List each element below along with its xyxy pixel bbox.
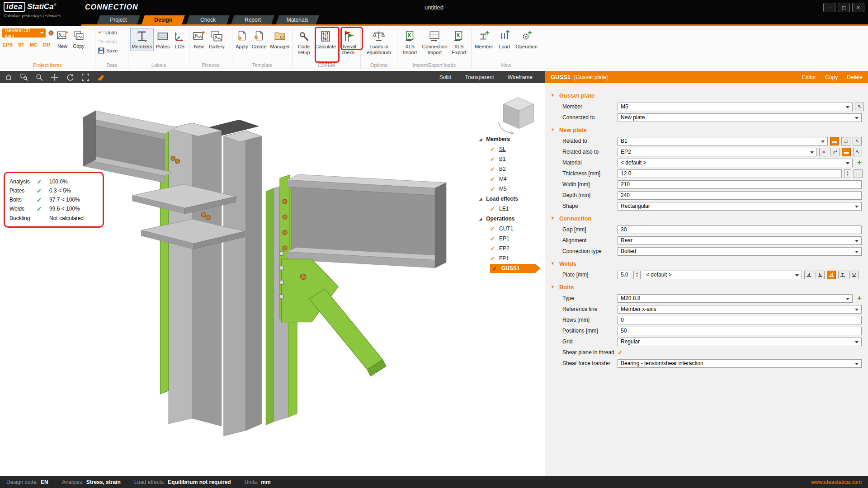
tree-item-m5[interactable]: ✓ M5	[490, 184, 545, 194]
home-view-icon[interactable]	[4, 72, 14, 82]
xls-export-button[interactable]: XLS Export	[448, 28, 469, 56]
new-member-button[interactable]: Member	[473, 28, 495, 51]
pick-in-scene-button[interactable]: ↖	[853, 148, 862, 156]
section-gusset-plate[interactable]: ▼ Gusset plate	[545, 89, 868, 101]
joint-type-dropdown[interactable]: General 3D joint	[2, 28, 46, 38]
thickness-input[interactable]: 12.0	[618, 169, 842, 178]
weld-size-stepper[interactable]: ▲▼	[633, 271, 641, 279]
connected-to-dropdown[interactable]: New plate	[618, 113, 862, 122]
related-to-dropdown[interactable]: B1	[618, 137, 828, 145]
delete-operation-button[interactable]: Delete	[847, 74, 863, 80]
section-collapse-icon[interactable]: ▼	[551, 127, 555, 132]
mode-eps[interactable]: EPS	[3, 42, 13, 47]
checked-icon[interactable]: ✓	[490, 235, 496, 242]
labels-members-toggle[interactable]: Members	[130, 28, 154, 51]
template-apply-button[interactable]: Apply	[234, 28, 250, 51]
mode-dr[interactable]: DR	[43, 42, 50, 47]
swap-relation-button[interactable]: ⇄	[830, 148, 840, 156]
add-bolt-assembly-button[interactable]: +	[855, 294, 864, 302]
model-column-left[interactable]	[169, 123, 222, 426]
checked-icon[interactable]: ✓	[490, 206, 496, 212]
tree-item-sl[interactable]: ✓ SL	[490, 144, 545, 154]
zoom-window-icon[interactable]	[19, 72, 29, 82]
section-welds[interactable]: ▼ Welds	[545, 258, 868, 269]
grid-dropdown[interactable]: Regular	[618, 338, 862, 346]
tree-group-operations[interactable]: ◢ Operations	[479, 214, 545, 224]
xls-import-button[interactable]: XLS Import	[399, 28, 420, 56]
close-button[interactable]: ×	[852, 3, 864, 12]
section-connection[interactable]: ▼ Connection	[545, 212, 868, 224]
tree-item-ep2[interactable]: ✓ EP2	[490, 244, 545, 253]
checked-icon[interactable]: ✓	[490, 245, 496, 252]
tree-item-cut1[interactable]: ✓ CUT1	[490, 224, 545, 234]
save-button[interactable]: Save	[97, 47, 126, 55]
3d-viewport[interactable]: Analysis ✓ 100.0% Plates ✓ 0.3 < 5% Bolt…	[0, 83, 545, 476]
model-column-center[interactable]	[224, 131, 262, 436]
checked-icon[interactable]: ✓	[490, 255, 496, 262]
tree-item-m4[interactable]: ✓ M4	[490, 174, 545, 184]
mode-mc[interactable]: MC	[30, 42, 38, 47]
tree-group-load-effects[interactable]: ◢ Load effects	[479, 194, 545, 204]
weld-type-button-3-selected[interactable]	[827, 271, 836, 279]
mode-st[interactable]: ST	[18, 42, 24, 47]
weld-material-dropdown[interactable]: < default >	[643, 271, 802, 279]
positions-input[interactable]: 50	[618, 327, 862, 335]
section-new-plate[interactable]: ▼ New plate	[545, 124, 868, 136]
rotate-view-icon[interactable]	[65, 72, 75, 82]
design-code-value[interactable]: EN	[41, 479, 48, 485]
copy-project-button[interactable]: Copy	[71, 28, 86, 51]
tree-group-members[interactable]: ◢ Members	[479, 134, 545, 144]
checked-icon[interactable]: ✓	[490, 176, 496, 183]
paint-results-icon[interactable]	[96, 72, 106, 82]
collapse-icon[interactable]: ◢	[479, 197, 482, 201]
tab-report[interactable]: Report	[231, 15, 274, 24]
tab-materials[interactable]: Materials	[276, 15, 319, 24]
new-project-button[interactable]: New	[55, 28, 70, 51]
tree-item-b1[interactable]: ✓ B1	[490, 154, 545, 164]
view-mode-solid[interactable]: Solid	[439, 74, 452, 80]
undo-button[interactable]: ↶ Undo	[97, 28, 126, 37]
material-dropdown[interactable]: < default >	[618, 159, 853, 167]
tab-project[interactable]: Project	[97, 15, 140, 24]
collapse-icon[interactable]: ◢	[479, 137, 482, 141]
collapse-icon[interactable]: ◢	[479, 217, 482, 221]
tree-item-fp1[interactable]: ✓ FP1	[490, 253, 545, 263]
weld-type-button-4[interactable]	[838, 271, 847, 279]
redo-button[interactable]: ↷ Redo	[97, 38, 126, 46]
pick-in-scene-button[interactable]: ↖	[853, 137, 862, 145]
model-beam-right[interactable]	[287, 174, 446, 268]
checked-icon[interactable]: ✓	[490, 146, 496, 153]
shape-dropdown[interactable]: Rectangular	[618, 202, 862, 211]
section-collapse-icon[interactable]: ▼	[551, 285, 555, 289]
code-setup-button[interactable]: Code setup	[294, 28, 313, 56]
checked-icon[interactable]: ✓	[492, 265, 498, 272]
checked-icon[interactable]: ✓	[490, 225, 496, 232]
zoom-icon[interactable]	[34, 72, 44, 82]
section-bolts[interactable]: ▼ Bolts	[545, 281, 868, 293]
section-collapse-icon[interactable]: ▼	[551, 216, 555, 221]
remove-relation-button[interactable]: ×	[819, 148, 828, 156]
weld-type-button-5[interactable]	[849, 271, 859, 279]
view-mode-transparent[interactable]: Transparent	[465, 74, 494, 80]
labels-plates-toggle[interactable]: Plates	[155, 28, 171, 51]
section-collapse-icon[interactable]: ▼	[551, 261, 555, 266]
labels-lcs-toggle[interactable]: LCS	[172, 28, 187, 51]
new-load-button[interactable]: Load	[495, 28, 513, 51]
tree-item-b2[interactable]: ✓ B2	[490, 164, 545, 174]
model-diagonal-brace[interactable]	[309, 289, 386, 376]
thickness-more-button[interactable]: …	[854, 169, 863, 178]
copy-operation-button[interactable]: Copy	[825, 74, 838, 80]
checked-icon[interactable]: ✓	[490, 166, 496, 173]
overall-check-button[interactable]: Overall check	[338, 28, 359, 56]
shear-plane-checkbox-checked[interactable]: ✓	[618, 349, 623, 356]
tab-design[interactable]: Design	[142, 15, 185, 24]
gap-input[interactable]: 30	[618, 225, 862, 234]
tab-check[interactable]: Check	[186, 15, 230, 24]
tree-item-ep1[interactable]: ✓ EP1	[490, 234, 545, 244]
plate-side-button[interactable]: □	[841, 137, 850, 145]
member-dropdown[interactable]: M5	[618, 103, 853, 111]
maximize-button[interactable]: □	[838, 3, 850, 12]
website-link[interactable]: www.ideastatica.com	[811, 479, 862, 485]
checked-icon[interactable]: ✓	[490, 186, 496, 192]
tree-item-guss1-selected[interactable]: ✓ GUSS1	[490, 264, 535, 273]
